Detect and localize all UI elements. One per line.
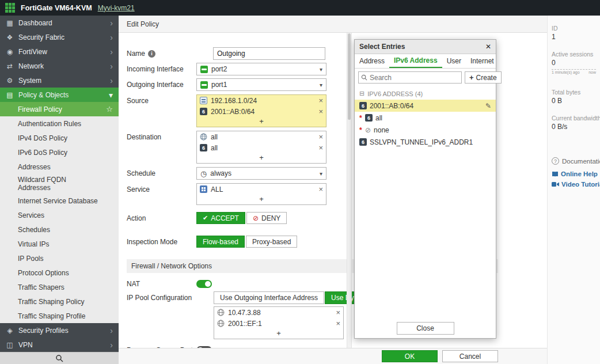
remove-icon[interactable]: ×	[336, 319, 340, 328]
sidebar-item-traffic-shaping-policy[interactable]: Traffic Shaping Policy	[0, 294, 119, 309]
sidebar-item-network[interactable]: ⇄ Network ›	[0, 59, 119, 73]
sidebar-item-ipv4-dos-policy[interactable]: IPv4 DoS Policy	[0, 131, 119, 145]
nat-toggle[interactable]	[196, 280, 212, 288]
flow-based-button[interactable]: Flow-based	[196, 236, 245, 248]
use-outgoing-interface-address-button[interactable]: Use Outgoing Interface Address	[214, 291, 324, 304]
name-input[interactable]	[213, 47, 325, 60]
create-button[interactable]: + Create	[465, 71, 502, 84]
tab-address[interactable]: Address	[355, 54, 389, 68]
cancel-button[interactable]: Cancel	[442, 350, 498, 362]
accept-button[interactable]: ✔ ACCEPT	[196, 212, 245, 224]
deny-label: DENY	[261, 214, 280, 222]
sidebar-item-label: Traffic Shaping Profile	[18, 312, 113, 320]
list-item[interactable]: 6 SSLVPN_TUNNEL_IPv6_ADDR1	[355, 136, 496, 148]
sidebar-item-protocol-options[interactable]: Protocol Options	[0, 266, 119, 280]
remove-icon[interactable]: ×	[318, 132, 323, 141]
source-entry[interactable]: 6 2001::AB:0/64 ×	[197, 106, 326, 117]
pool-icon	[217, 309, 225, 316]
star-icon[interactable]: ☆	[106, 105, 113, 113]
proxy-based-label: Proxy-based	[252, 238, 291, 246]
schedule-select[interactable]: ◷ always ▾	[196, 167, 326, 180]
close-icon[interactable]: ✕	[485, 43, 491, 51]
panel-close-button[interactable]: Close	[397, 322, 454, 335]
sidebar-item-dashboard[interactable]: ▦ Dashboard ›	[0, 16, 119, 30]
book-icon	[552, 171, 559, 177]
sidebar-item-policy-objects[interactable]: ▤ Policy & Objects ▾	[0, 88, 119, 102]
source-entry[interactable]: 192.168.1.0/24 ×	[197, 95, 326, 106]
ok-button[interactable]: OK	[382, 350, 438, 362]
edit-icon[interactable]: ✎	[485, 102, 491, 110]
tab-user[interactable]: User	[442, 54, 466, 68]
entry-label: 2001::AB:0/64	[370, 102, 483, 110]
sidebar-item-vpn[interactable]: ◫ VPN ›	[0, 338, 119, 352]
sidebar-item-schedules[interactable]: Schedules	[0, 222, 119, 237]
destination-entry[interactable]: 6 all ×	[197, 142, 326, 153]
deny-icon: ⊘	[253, 214, 259, 222]
sidebar-item-authentication-rules[interactable]: Authentication Rules	[0, 116, 119, 131]
vertical-scrollbar[interactable]	[347, 33, 352, 348]
deny-button[interactable]: ⊘ DENY	[246, 212, 287, 224]
sidebar-item-traffic-shaping-profile[interactable]: Traffic Shaping Profile	[0, 309, 119, 323]
info-icon: i	[148, 50, 155, 58]
sidebar-item-fortiview[interactable]: ◉ FortiView ›	[0, 44, 119, 59]
caret-down-icon: ▾	[320, 170, 322, 177]
outgoing-interface-select[interactable]: port1 ▾	[196, 78, 326, 91]
list-item[interactable]: * ⊘ none	[355, 124, 496, 136]
remove-icon[interactable]: ×	[318, 96, 323, 105]
tab-ipv6-address[interactable]: IPv6 Address	[389, 54, 442, 68]
system-icon: ⚙	[6, 77, 14, 85]
search-box[interactable]	[358, 71, 462, 84]
add-service-button[interactable]: +	[197, 195, 326, 204]
policy-objects-icon: ▤	[6, 91, 14, 99]
remove-icon[interactable]: ×	[318, 185, 323, 194]
sidebar-item-addresses[interactable]: Addresses	[0, 160, 119, 174]
add-destination-button[interactable]: +	[197, 153, 326, 163]
scrollbar-thumb[interactable]	[348, 33, 351, 120]
outgoing-interface-label: Outgoing Interface	[127, 78, 196, 89]
sidebar-item-services[interactable]: Services	[0, 208, 119, 222]
search-input[interactable]	[370, 74, 459, 82]
hostname-link[interactable]: Myvi-kvm21	[98, 4, 135, 12]
add-source-button[interactable]: +	[197, 117, 326, 127]
sidebar-item-label: IPv6 DoS Policy	[18, 149, 113, 157]
list-item[interactable]: * 6 all	[355, 112, 496, 124]
ipv6-icon: 6	[365, 114, 373, 122]
ipv6-icon: 6	[359, 102, 367, 109]
sidebar-item-label: Authentication Rules	[18, 120, 113, 128]
sidebar-item-ipv6-dos-policy[interactable]: IPv6 DoS Policy	[0, 145, 119, 160]
network-icon: ⇄	[6, 62, 14, 70]
ip-pool-entry[interactable]: 2001::EF:1 ×	[214, 318, 343, 329]
tab-internet-service[interactable]: Internet Se	[466, 54, 496, 68]
incoming-interface-select[interactable]: port2 ▾	[196, 63, 326, 75]
online-help-link[interactable]: Online Help	[552, 170, 596, 177]
sidebar-search-button[interactable]	[0, 352, 119, 364]
ipv6-address-group-header[interactable]: ⊟ IPV6 ADDRESS (4)	[355, 86, 496, 100]
fortiview-icon: ◉	[6, 48, 14, 56]
service-entry[interactable]: ALL ×	[197, 184, 326, 195]
sidebar-item-label: Addresses	[18, 163, 113, 171]
sidebar-item-traffic-shapers[interactable]: Traffic Shapers	[0, 280, 119, 294]
add-ip-pool-button[interactable]: +	[214, 329, 343, 339]
remove-icon[interactable]: ×	[318, 107, 323, 116]
sidebar-item-virtual-ips[interactable]: Virtual IPs	[0, 237, 119, 251]
remove-icon[interactable]: ×	[318, 143, 323, 152]
sidebar-item-ip-pools[interactable]: IP Pools	[0, 251, 119, 266]
sidebar-item-wildcard-fqdn-addresses[interactable]: Wildcard FQDN Addresses	[0, 174, 119, 194]
sidebar-item-security-profiles[interactable]: ◈ Security Profiles ›	[0, 323, 119, 338]
video-tutorials-link[interactable]: Video Tutorials	[552, 181, 596, 188]
sidebar-item-label: System	[18, 77, 105, 85]
ip-pool-entry[interactable]: 10.47.3.88 ×	[214, 307, 343, 318]
remove-icon[interactable]: ×	[336, 308, 340, 317]
sidebar-item-internet-service-database[interactable]: Internet Service Database	[0, 194, 119, 208]
list-item[interactable]: 6 2001::AB:0/64 ✎	[355, 100, 496, 112]
sidebar-item-firewall-policy[interactable]: Firewall Policy ☆	[0, 102, 119, 116]
ip-pool-option-label: Use Outgoing Interface Address	[220, 294, 318, 302]
sidebar-item-system[interactable]: ⚙ System ›	[0, 73, 119, 88]
destination-entry[interactable]: all ×	[197, 131, 326, 142]
id-stat: ID 1	[552, 25, 596, 41]
proxy-based-button[interactable]: Proxy-based	[246, 236, 297, 248]
sidebar-item-security-fabric[interactable]: ❖ Security Fabric ›	[0, 30, 119, 44]
active-sessions-stat: Active sessions 0	[552, 51, 596, 67]
main-content: Edit Policy Name i Incoming Interface po…	[119, 16, 547, 364]
select-entries-panel: Select Entries ✕ Address IPv6 Address Us…	[354, 39, 496, 339]
